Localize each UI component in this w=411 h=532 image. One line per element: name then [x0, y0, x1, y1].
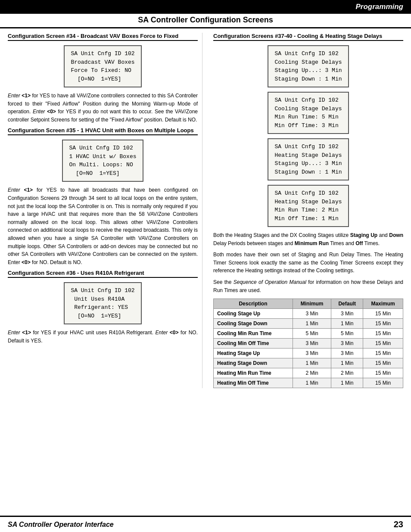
- table-row: Cooling Min Run Time5 Min5 Min15 Min: [214, 329, 403, 339]
- table-header-default: Default: [331, 299, 363, 309]
- page-container: Programming SA Controller Configuration …: [0, 0, 411, 532]
- table-cell-description: Cooling Stage Up: [214, 309, 293, 319]
- table-cell-description: Cooling Stage Down: [214, 319, 293, 329]
- table-cell-value: 15 Min: [363, 339, 403, 348]
- right-body-3: See the Sequence of Operation Manual for…: [213, 278, 403, 294]
- table-cell-value: 2 Min: [331, 368, 363, 378]
- table-cell-value: 1 Min: [331, 319, 363, 329]
- main-content: Configuration Screen #34 - Broadcast VAV…: [0, 28, 411, 414]
- table-row: Heating Stage Up3 Min3 Min15 Min: [214, 348, 403, 358]
- section-screen36: Configuration Screen #36 - Uses R410A Re…: [8, 270, 198, 345]
- table-row: Cooling Stage Down1 Min1 Min15 Min: [214, 319, 403, 329]
- table-cell-value: 15 Min: [363, 368, 403, 378]
- screen35-lcd: SA Unit Cnfg ID 102 1 HVAC Unit w/ Boxes…: [62, 140, 143, 182]
- table-cell-description: Heating Min Off Time: [214, 378, 293, 388]
- table-cell-value: 1 Min: [293, 378, 331, 388]
- table-cell-value: 5 Min: [331, 329, 363, 339]
- screen35-body: Enter <1> for YES to have all broadcasts…: [8, 186, 198, 266]
- section-screen34: Configuration Screen #34 - Broadcast VAV…: [8, 33, 198, 124]
- table-cell-value: 15 Min: [363, 358, 403, 368]
- screen34-lcd: SA Unit Cnfg ID 102 Broadcast VAV Boxes …: [64, 45, 141, 87]
- table-cell-value: 15 Min: [363, 319, 403, 329]
- right-body-1: Both the Heating Stages and the DX Cooli…: [213, 231, 403, 247]
- left-column: Configuration Screen #34 - Broadcast VAV…: [8, 33, 202, 388]
- lcd-heating-stage-delays: SA Unit Cnfg ID 102 Heating Stage Delays…: [268, 138, 349, 180]
- table-cell-value: 15 Min: [363, 378, 403, 388]
- lcd-cooling-stage-delays: SA Unit Cnfg ID 102 Cooling Stage Delays…: [268, 45, 349, 87]
- right-column: Configuration Screens #37-40 - Cooling &…: [211, 33, 403, 388]
- section34-title: Configuration Screen #34 - Broadcast VAV…: [8, 33, 198, 41]
- table-cell-value: 2 Min: [293, 368, 331, 378]
- section-right-title: Configuration Screens #37-40 - Cooling &…: [213, 33, 403, 41]
- section35-title: Configuration Screen #35 - 1 HVAC Unit w…: [8, 127, 198, 135]
- table-cell-value: 3 Min: [331, 309, 363, 319]
- header-sa: SA Controller Configuration Screens: [0, 14, 411, 28]
- table-cell-value: 15 Min: [363, 309, 403, 319]
- table-cell-description: Heating Min Run Time: [214, 368, 293, 378]
- table-cell-value: 1 Min: [331, 378, 363, 388]
- table-cell-value: 3 Min: [331, 339, 363, 348]
- table-cell-value: 3 Min: [331, 348, 363, 358]
- sa-subtitle: SA Controller Configuration Screens: [138, 16, 273, 24]
- section-screen35: Configuration Screen #35 - 1 HVAC Unit w…: [8, 127, 198, 266]
- table-row: Heating Min Off Time1 Min1 Min15 Min: [214, 378, 403, 388]
- table-row: Heating Stage Down1 Min1 Min15 Min: [214, 358, 403, 368]
- table-header-maximum: Maximum: [363, 299, 403, 309]
- lcd-cooling-min-times: SA Unit Cnfg ID 102 Cooling Stage Delays…: [268, 92, 349, 134]
- stage-delays-table: Description Minimum Default Maximum Cool…: [213, 299, 403, 388]
- table-cell-value: 1 Min: [293, 319, 331, 329]
- table-cell-value: 3 Min: [293, 309, 331, 319]
- table-cell-description: Heating Stage Up: [214, 348, 293, 358]
- table-cell-description: Cooling Min Off Time: [214, 339, 293, 348]
- table-row: Cooling Stage Up3 Min3 Min15 Min: [214, 309, 403, 319]
- screen36-body: Enter <1> for YES if your HVAC unit uses…: [8, 329, 198, 345]
- table-cell-value: 5 Min: [293, 329, 331, 339]
- table-row: Cooling Min Off Time3 Min3 Min15 Min: [214, 339, 403, 348]
- section36-title: Configuration Screen #36 - Uses R410A Re…: [8, 270, 198, 278]
- table-header-minimum: Minimum: [293, 299, 331, 309]
- footer: SA Controller Operator Interface 23: [0, 516, 411, 532]
- lcd-heating-min-times: SA Unit Cnfg ID 102 Heating Stage Delays…: [268, 185, 349, 227]
- header-programming: Programming: [0, 0, 411, 14]
- table-row: Heating Min Run Time2 Min2 Min15 Min: [214, 368, 403, 378]
- table-cell-description: Heating Stage Down: [214, 358, 293, 368]
- footer-title: SA Controller Operator Interface: [8, 521, 114, 529]
- screen36-lcd: SA Unit Cnfg ID 102 Unit Uses R410A Refr…: [64, 282, 141, 324]
- table-cell-value: 3 Min: [293, 339, 331, 348]
- table-cell-description: Cooling Min Run Time: [214, 329, 293, 339]
- table-cell-value: 15 Min: [363, 348, 403, 358]
- footer-page: 23: [394, 520, 403, 529]
- table-cell-value: 1 Min: [331, 358, 363, 368]
- programming-title: Programming: [355, 3, 403, 11]
- table-cell-value: 15 Min: [363, 329, 403, 339]
- table-cell-value: 1 Min: [293, 358, 331, 368]
- table-cell-value: 3 Min: [293, 348, 331, 358]
- table-header-description: Description: [214, 299, 293, 309]
- right-body-2: Both modes have their own set of Staging…: [213, 251, 403, 275]
- screen34-body: Enter <1> for YES to have all VAV/Zone c…: [8, 92, 198, 124]
